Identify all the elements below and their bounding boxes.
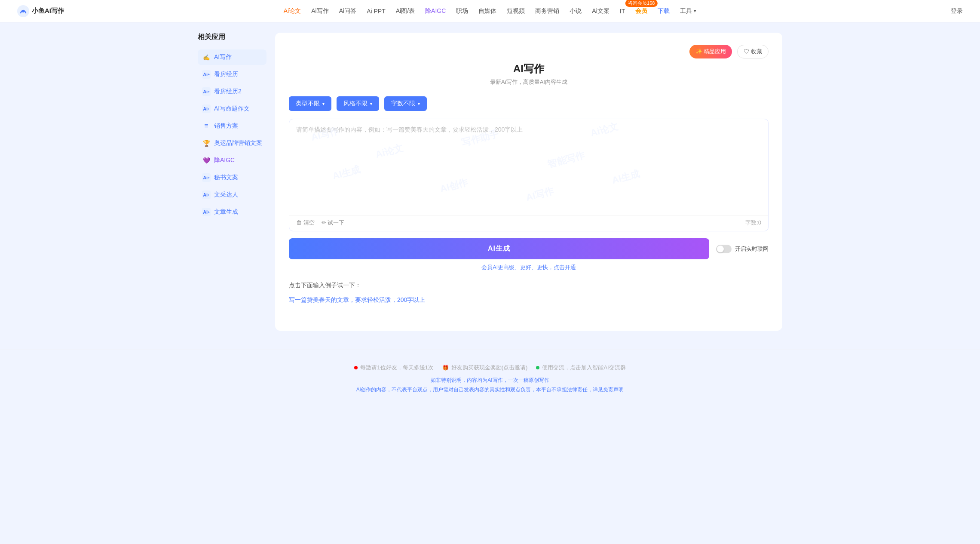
- examples-section: 点击下面输入例子试一下： 写一篇赞美春天的文章，要求轻松活泼，200字以上: [289, 282, 769, 306]
- nav-aigc[interactable]: 降AIGC: [425, 7, 446, 15]
- secretary-icon: Ai+: [202, 173, 211, 182]
- generate-button[interactable]: AI生成: [289, 238, 709, 259]
- type-arrow-icon: ▾: [322, 101, 325, 106]
- content-input[interactable]: [289, 119, 768, 214]
- nav-ai-paper[interactable]: Ai论文: [284, 7, 301, 15]
- toggle-knob: [717, 246, 724, 252]
- sidebar-item-writer[interactable]: Ai+ 文采达人: [198, 187, 266, 203]
- nav-ai-qa[interactable]: Ai问答: [339, 7, 356, 15]
- footer-community[interactable]: 便用交流，点击加入智能AI交流群: [536, 364, 625, 372]
- sidebar-item-house-cv2[interactable]: Ai+ 看房经历2: [198, 84, 266, 99]
- svg-point-1: [22, 10, 24, 12]
- nav-it[interactable]: IT: [620, 8, 625, 15]
- footer: 每激请1位好友，每天多送1次 好友购买获现金奖励(点击邀请) 便用交流，点击加入…: [0, 350, 980, 403]
- nav-links: Ai论文 Ai写作 Ai问答 Ai PPT Ai图/表 降AIGC 职场 自媒体…: [284, 7, 696, 15]
- sales-plan-icon: ≡: [202, 122, 211, 130]
- example-item-0[interactable]: 写一篇赞美春天的文章，要求轻松活泼，200字以上: [289, 295, 769, 306]
- generate-row: AI生成 开启实时联网: [289, 238, 769, 259]
- sidebar-item-olympics[interactable]: 🏆 奥运品牌营销文案: [198, 135, 266, 151]
- length-arrow-icon: ▾: [418, 101, 420, 106]
- sidebar-item-article-gen[interactable]: Ai+ 文章生成: [198, 204, 266, 220]
- article-gen-icon: Ai+: [202, 208, 211, 216]
- nav-ai-image[interactable]: Ai图/表: [396, 7, 415, 15]
- login-button[interactable]: 登录: [951, 7, 963, 15]
- sidebar-item-house-cv[interactable]: Ai+ 看房经历: [198, 67, 266, 82]
- footer-refer[interactable]: 每激请1位好友，每天多送1次: [354, 364, 433, 372]
- house-cv-icon: Ai+: [202, 70, 211, 79]
- logo-icon: [17, 5, 29, 17]
- house-cv2-icon: Ai+: [202, 87, 211, 96]
- input-wrapper: AI写作 Ai论文 AI生成 写作助手 AI创作 智能写作 AI写作 Ai论文 …: [289, 119, 769, 231]
- word-count: 字数:0: [745, 219, 761, 227]
- footer-links: 每激请1位好友，每天多送1次 好友购买获现金奖励(点击邀请) 便用交流，点击加入…: [9, 364, 971, 372]
- filter-type[interactable]: 类型不限 ▾: [289, 96, 331, 111]
- olympics-icon: 🏆: [202, 139, 211, 148]
- nav-download[interactable]: 下载: [658, 7, 670, 15]
- premium-button[interactable]: ✨ 精品应用: [689, 45, 732, 58]
- member-badge: 咨询会员168: [625, 0, 657, 7]
- nav-ai-copy[interactable]: Ai文案: [592, 7, 609, 15]
- nav-video[interactable]: 短视频: [507, 7, 525, 15]
- sidebar-item-aigc[interactable]: 💜 降AIGC: [198, 153, 266, 168]
- textarea-footer: 🗑 清空 ✏ 试一下 字数:0: [289, 215, 768, 231]
- nav-ai-ppt[interactable]: Ai PPT: [367, 8, 386, 15]
- nav-tools[interactable]: 工具 ▾: [680, 7, 696, 15]
- member-tip-text[interactable]: 会员Ai更高级、更好、更快，点击开通: [481, 264, 576, 270]
- footer-disclaimer1: 如非特别说明，内容均为AI写作，一次一稿原创写作: [9, 376, 971, 385]
- disclaimer-link[interactable]: 免责声明: [603, 387, 624, 393]
- toggle-switch[interactable]: [716, 245, 732, 253]
- top-actions: ✨ 精品应用 ♡ 收藏: [289, 45, 769, 58]
- page-subtitle: 最新Ai写作，高质量AI内容生成: [289, 78, 769, 86]
- sidebar-item-secretary[interactable]: Ai+ 秘书文案: [198, 170, 266, 185]
- nav-ai-write[interactable]: Ai写作: [311, 7, 328, 15]
- filter-row: 类型不限 ▾ 风格不限 ▾ 字数不限 ▾: [289, 96, 769, 111]
- realtime-toggle[interactable]: 开启实时联网: [716, 245, 769, 253]
- page-title: AI写作: [289, 62, 769, 76]
- nav-jobs[interactable]: 职场: [456, 7, 468, 15]
- footer-reward[interactable]: 好友购买获现金奖励(点击邀请): [442, 364, 528, 372]
- nav-tools-label[interactable]: 工具: [680, 7, 692, 15]
- nav-marketing[interactable]: 商务营销: [535, 7, 559, 15]
- ai-essay-icon: Ai+: [202, 104, 211, 113]
- ai-write-icon: ✍: [202, 53, 211, 61]
- sidebar-item-ai-essay[interactable]: Ai+ AI写命题作文: [198, 101, 266, 117]
- sidebar-item-sales-plan[interactable]: ≡ 销售方案: [198, 118, 266, 134]
- navbar: 小鱼AI写作 Ai论文 Ai写作 Ai问答 Ai PPT Ai图/表 降AIGC…: [0, 0, 980, 22]
- main-content: ✨ 精品应用 ♡ 收藏 AI写作 最新Ai写作，高质量AI内容生成 类型不限 ▾…: [275, 33, 782, 331]
- examples-label: 点击下面输入例子试一下：: [289, 282, 769, 289]
- sidebar: 相关应用 ✍ AI写作 Ai+ 看房经历 Ai+ 看房经历2 Ai+ AI写命题…: [198, 33, 275, 331]
- nav-novel[interactable]: 小说: [570, 7, 582, 15]
- sidebar-item-ai-write[interactable]: ✍ AI写作: [198, 49, 266, 65]
- logo[interactable]: 小鱼AI写作: [17, 5, 64, 17]
- sidebar-title: 相关应用: [198, 33, 266, 42]
- collect-button[interactable]: ♡ 收藏: [737, 45, 769, 58]
- style-arrow-icon: ▾: [370, 101, 372, 106]
- clear-button[interactable]: 🗑 清空: [296, 219, 315, 227]
- try-button[interactable]: ✏ 试一下: [322, 219, 345, 227]
- footer-disclaimer2: Ai创作的内容，不代表平台观点，用户需对自己发表内容的真实性和观点负责，本平台不…: [9, 385, 971, 395]
- filter-length[interactable]: 字数不限 ▾: [384, 96, 427, 111]
- writer-icon: Ai+: [202, 191, 211, 199]
- nav-media[interactable]: 自媒体: [478, 7, 496, 15]
- chevron-down-icon: ▾: [694, 8, 696, 14]
- filter-style[interactable]: 风格不限 ▾: [337, 96, 379, 111]
- textarea-actions: 🗑 清空 ✏ 试一下: [296, 219, 344, 227]
- page-layout: 相关应用 ✍ AI写作 Ai+ 看房经历 Ai+ 看房经历2 Ai+ AI写命题…: [189, 22, 791, 341]
- nav-member[interactable]: 会员: [635, 7, 647, 15]
- aigc-icon: 💜: [202, 156, 211, 165]
- member-tip: 会员Ai更高级、更好、更快，点击开通: [289, 264, 769, 271]
